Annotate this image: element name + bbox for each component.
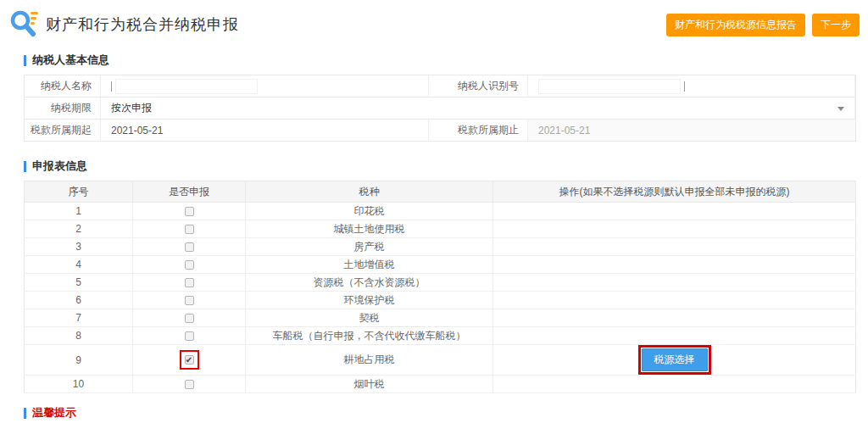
tax-type: 土地增值税: [246, 256, 493, 274]
action-cell: [493, 292, 856, 309]
tax-period-value: 按次申报: [111, 101, 152, 115]
declare-checkbox[interactable]: [185, 207, 194, 216]
row-number: 5: [25, 274, 133, 292]
action-cell: [493, 327, 856, 345]
table-row: 4土地增值税: [25, 256, 856, 274]
declare-cell: [133, 327, 246, 345]
action-cell: [493, 220, 856, 238]
table-row: 6环境保护税: [25, 292, 856, 309]
declare-cell: [133, 220, 246, 238]
section-bar: [24, 408, 26, 419]
tax-type: 契税: [246, 309, 493, 327]
declare-checkbox[interactable]: ✔: [185, 355, 194, 365]
declare-cell: [133, 238, 246, 256]
taxpayer-id-field[interactable]: [528, 75, 855, 97]
action-cell: [493, 274, 856, 292]
table-row: 3房产税: [25, 238, 856, 256]
taxpayer-id-label: 纳税人识别号: [429, 75, 528, 97]
declare-checkbox[interactable]: [185, 242, 194, 252]
tax-period-select[interactable]: 按次申报: [101, 97, 855, 120]
tax-type: 环境保护税: [246, 292, 493, 309]
red-highlight-box: 税源选择: [638, 345, 711, 375]
tax-type: 车船税（自行申报，不含代收代缴车船税）: [246, 327, 493, 345]
declare-checkbox[interactable]: [185, 296, 194, 305]
declare-checkbox[interactable]: [185, 331, 194, 341]
chevron-down-icon: [837, 107, 844, 111]
period-end-value: 2021-05-21: [538, 125, 590, 136]
declare-checkbox[interactable]: [185, 314, 194, 323]
period-start-label: 税款所属期起: [25, 120, 101, 142]
declaration-section-title: 申报表信息: [24, 159, 856, 174]
table-header-cell: 序号: [25, 181, 133, 203]
cursor-mark: [111, 81, 112, 92]
section-bar: [24, 161, 26, 172]
table-header-cell: 是否申报: [133, 181, 246, 203]
table-header-row: 序号是否申报税种操作(如果不选择税源则默认申报全部未申报的税源): [25, 181, 856, 203]
table-row: 8车船税（自行申报，不含代收代缴车船税）: [25, 327, 856, 345]
declare-cell: ✔: [133, 345, 246, 376]
table-row: 9✔耕地占用税税源选择: [25, 345, 856, 376]
taxpayer-name-label: 纳税人名称: [25, 75, 101, 97]
tax-period-label: 纳税期限: [25, 97, 101, 120]
table-row: 2城镇土地使用税: [25, 220, 856, 238]
tips-title-text: 温馨提示: [32, 405, 76, 420]
declare-checkbox[interactable]: [185, 380, 194, 389]
row-number: 1: [25, 203, 133, 220]
action-cell: 税源选择: [493, 345, 856, 376]
declare-checkbox[interactable]: [185, 278, 194, 287]
tax-type: 烟叶税: [246, 376, 493, 393]
page-title: 财产和行为税合并纳税申报: [46, 14, 239, 35]
row-number: 7: [25, 309, 133, 327]
declare-cell: [133, 274, 246, 292]
tax-type: 城镇土地使用税: [246, 220, 493, 238]
tax-type: 资源税（不含水资源税）: [246, 274, 493, 292]
tax-source-report-button[interactable]: 财产和行为税税源信息报告: [666, 14, 805, 36]
period-end-field: 2021-05-21: [528, 120, 855, 142]
table-row: 7契税: [25, 309, 856, 327]
table-header-cell: 税种: [246, 181, 493, 203]
table-row: 10烟叶税: [25, 376, 856, 393]
tax-type: 印花税: [246, 203, 493, 220]
declare-cell: [133, 256, 246, 274]
tax-source-select-button[interactable]: 税源选择: [642, 348, 708, 371]
section-bar: [24, 55, 26, 66]
search-report-icon: [8, 8, 39, 42]
row-number: 8: [25, 327, 133, 345]
declare-checkbox[interactable]: [185, 260, 194, 270]
red-highlight-box: ✔: [180, 350, 199, 370]
tax-type: 房产税: [246, 238, 493, 256]
taxpayer-name-field[interactable]: [101, 75, 429, 97]
period-end-label: 税款所属期止: [429, 120, 528, 142]
page-header: 财产和行为税合并纳税申报 财产和行为税税源信息报告 下一步: [0, 0, 868, 44]
declaration-table: 序号是否申报税种操作(如果不选择税源则默认申报全部未申报的税源) 1印花税2城镇…: [24, 181, 856, 393]
action-cell: [493, 238, 856, 256]
table-row: 5资源税（不含水资源税）: [25, 274, 856, 292]
tips-section-title: 温馨提示: [24, 405, 856, 420]
action-cell: [493, 203, 856, 220]
next-step-button[interactable]: 下一步: [812, 14, 860, 36]
cursor-mark: [684, 81, 685, 92]
period-start-value: 2021-05-21: [111, 125, 163, 136]
period-start-field[interactable]: 2021-05-21: [101, 120, 429, 142]
row-number: 2: [25, 220, 133, 238]
basic-info-title-text: 纳税人基本信息: [32, 53, 109, 68]
action-cell: [493, 256, 856, 274]
action-cell: [493, 309, 856, 327]
declaration-title-text: 申报表信息: [32, 159, 87, 174]
declare-cell: [133, 309, 246, 327]
declare-cell: [133, 376, 246, 393]
row-number: 4: [25, 256, 133, 274]
row-number: 3: [25, 238, 133, 256]
row-number: 9: [25, 345, 133, 376]
row-number: 10: [25, 376, 133, 393]
row-number: 6: [25, 292, 133, 309]
taxpayer-id-redacted-value: [538, 79, 681, 94]
declare-cell: [133, 292, 246, 309]
basic-info-section-title: 纳税人基本信息: [24, 53, 856, 68]
declare-cell: [133, 203, 246, 220]
declare-checkbox[interactable]: [185, 225, 194, 234]
table-row: 1印花税: [25, 203, 856, 220]
action-cell: [493, 376, 856, 393]
table-header-cell: 操作(如果不选择税源则默认申报全部未申报的税源): [493, 181, 856, 203]
basic-info-form: 纳税人名称 纳税人识别号 纳税期限 按次申报 税款所属期起 2021-05-21…: [24, 75, 856, 142]
